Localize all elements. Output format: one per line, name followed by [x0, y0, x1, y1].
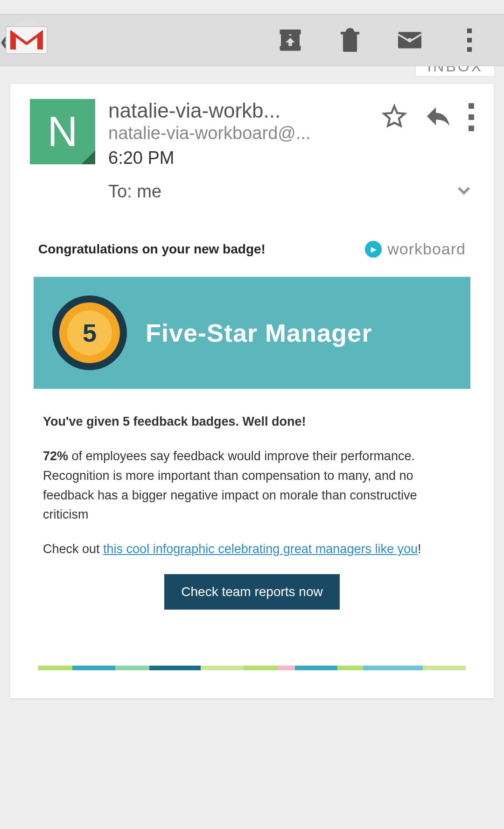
infographic-link[interactable]: this cool infographic celebrating great …: [103, 542, 418, 556]
svg-rect-1: [341, 32, 359, 35]
envelope-icon: [396, 26, 424, 54]
badge-number: 5: [67, 310, 112, 355]
badge-banner: 5 Five-Star Manager: [34, 277, 470, 389]
body-line-2: 72% of employees say feedback would impr…: [43, 447, 461, 525]
archive-button[interactable]: [260, 26, 320, 54]
email-body: Congratulations on your new badge! ▸ wor…: [10, 203, 494, 670]
email-header: N natalie-via-workb... natalie-via-workb…: [10, 99, 494, 168]
folder-tab[interactable]: INBOX: [415, 66, 495, 77]
checkout-prefix: Check out: [43, 542, 103, 556]
body-line-2-rest: of employees say feedback would improve …: [43, 449, 417, 522]
overflow-menu-button[interactable]: [440, 28, 499, 52]
chevron-down-icon: [454, 180, 474, 201]
star-outline-icon: [381, 103, 408, 130]
gmail-icon: [6, 21, 48, 59]
footer-stripe: [38, 666, 466, 670]
badge-medal-icon: 5: [52, 295, 127, 370]
svg-point-3: [408, 38, 412, 42]
expand-recipients-button[interactable]: [454, 180, 474, 203]
star-button[interactable]: [381, 103, 408, 132]
trash-icon: [336, 26, 364, 54]
mark-unread-button[interactable]: [380, 26, 440, 54]
email-time: 6:20 PM: [108, 148, 381, 168]
sender-name: natalie-via-workb...: [108, 99, 381, 122]
sender-email: natalie-via-workboard@...: [108, 123, 381, 143]
brand-logo: ▸ workboard: [365, 240, 466, 258]
back-button[interactable]: ‹: [0, 21, 48, 59]
banner-title: Five-Star Manager: [146, 318, 372, 347]
check-reports-button[interactable]: Check team reports now: [164, 574, 339, 610]
delete-button[interactable]: [320, 26, 380, 54]
more-vert-icon: [467, 28, 472, 52]
reply-icon: [425, 103, 452, 130]
sender-avatar[interactable]: N: [30, 99, 95, 164]
more-vert-icon: [469, 103, 474, 131]
message-overflow-button[interactable]: [469, 103, 474, 131]
stat-percent: 72%: [43, 449, 68, 463]
recipients-summary[interactable]: To: me: [108, 182, 161, 202]
reply-button[interactable]: [425, 103, 452, 132]
svg-rect-0: [347, 28, 354, 32]
workboard-icon: ▸: [365, 241, 382, 258]
congrats-heading: Congratulations on your new badge!: [38, 242, 266, 257]
checkout-suffix: !: [418, 542, 421, 556]
body-line-1: You've given 5 feedback badges. Well don…: [43, 412, 461, 432]
email-card: N natalie-via-workb... natalie-via-workb…: [10, 84, 494, 698]
archive-icon: [276, 26, 304, 54]
brand-name: workboard: [387, 240, 466, 258]
app-toolbar: ‹: [0, 14, 504, 66]
body-line-3: Check out this cool infographic celebrat…: [43, 540, 461, 559]
